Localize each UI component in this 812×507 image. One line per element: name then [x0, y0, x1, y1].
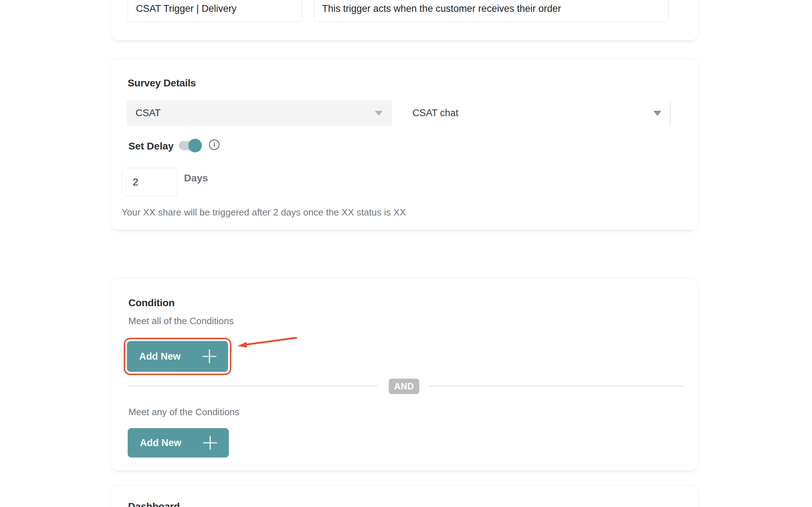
trigger-builder-screen: CSAT Trigger | Delivery This trigger act…	[0, 0, 812, 507]
delay-unit-label: Days	[184, 172, 208, 184]
survey-details-card: Survey Details CSAT CSAT chat Set Delay …	[110, 58, 699, 230]
trigger-name-input[interactable]: CSAT Trigger | Delivery	[128, 0, 302, 22]
add-new-label: Add New	[139, 351, 181, 362]
set-delay-label: Set Delay	[128, 141, 174, 152]
annotation-arrow	[232, 335, 301, 350]
next-section-title: Dashboard	[128, 501, 180, 507]
add-new-any-conditions-button[interactable]: Add New	[128, 428, 229, 458]
condition-title: Condition	[128, 297, 175, 309]
add-new-all-conditions-button[interactable]: Add New	[127, 341, 228, 372]
survey-type-value: CSAT	[136, 108, 375, 119]
delay-days-input[interactable]: 2	[122, 168, 178, 196]
set-delay-toggle[interactable]	[179, 141, 202, 150]
add-new-label: Add New	[140, 437, 181, 449]
chevron-down-icon	[375, 111, 383, 116]
next-section-card: Dashboard	[110, 485, 699, 507]
and-divider-line	[430, 385, 684, 387]
survey-details-title: Survey Details	[128, 77, 196, 89]
plus-icon	[202, 435, 218, 451]
survey-name-value: CSAT chat	[412, 108, 653, 119]
chevron-down-icon	[653, 111, 661, 116]
plus-icon	[202, 349, 217, 364]
delay-helper-text: Your XX share will be triggered after 2 …	[122, 207, 406, 218]
and-divider-line	[128, 385, 378, 387]
condition-card: Condition Meet all of the Conditions Add…	[110, 278, 699, 470]
and-badge: AND	[389, 379, 419, 394]
meet-any-conditions-label: Meet any of the Conditions	[128, 407, 239, 418]
annotation-highlight-box: Add New	[124, 338, 231, 375]
info-icon[interactable]: i	[209, 139, 219, 150]
survey-type-select[interactable]: CSAT	[127, 100, 392, 126]
meet-all-conditions-label: Meet all of the Conditions	[128, 316, 233, 327]
survey-name-select[interactable]: CSAT chat	[392, 100, 671, 126]
trigger-details-card: CSAT Trigger | Delivery This trigger act…	[110, 0, 699, 41]
trigger-description-input[interactable]: This trigger acts when the customer rece…	[314, 0, 669, 22]
toggle-knob	[188, 139, 202, 152]
